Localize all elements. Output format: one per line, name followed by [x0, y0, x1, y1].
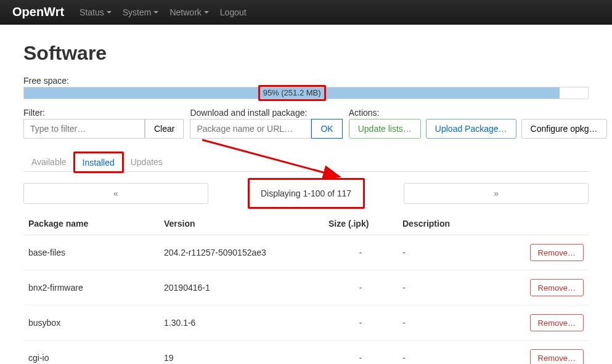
- pkg-desc: -: [398, 341, 521, 365]
- pkg-name: cgi-io: [23, 341, 159, 365]
- free-space-bar: 95% (251.2 MB): [23, 87, 589, 99]
- nav-network[interactable]: Network: [169, 7, 208, 17]
- pkg-version: 20190416-1: [159, 270, 324, 305]
- actions-label: Actions:: [349, 108, 607, 118]
- remove-button[interactable]: Remove…: [530, 244, 584, 261]
- brand: OpenWrt: [12, 5, 64, 19]
- pager-status: Displaying 1-100 of 117: [214, 183, 398, 204]
- col-name: Package name: [23, 212, 159, 235]
- upload-package-button[interactable]: Upload Package…: [426, 119, 516, 139]
- pkg-version: 1.30.1-6: [159, 305, 324, 341]
- pkg-version: 19: [159, 341, 324, 365]
- pkg-size: -: [324, 305, 398, 341]
- ok-button[interactable]: OK: [311, 119, 342, 139]
- top-navbar: OpenWrt StatusSystemNetwork Logout: [0, 0, 612, 25]
- table-row: base-files204.2-r11257-5090152ae3--Remov…: [23, 235, 589, 270]
- download-input[interactable]: [190, 119, 311, 139]
- free-space-label: Free space:: [23, 76, 589, 86]
- col-desc: Description: [398, 212, 521, 235]
- pkg-size: -: [324, 341, 398, 365]
- pkg-version: 204.2-r11257-5090152ae3: [159, 235, 324, 270]
- pkg-size: -: [324, 235, 398, 270]
- tab-updates[interactable]: Updates: [123, 152, 171, 171]
- remove-button[interactable]: Remove…: [530, 349, 584, 364]
- filter-label: Filter:: [23, 108, 184, 118]
- pkg-name: busybox: [23, 305, 159, 341]
- pager-next-button[interactable]: »: [404, 183, 589, 204]
- pager-prev-button[interactable]: «: [23, 183, 208, 204]
- table-row: bnx2-firmware20190416-1--Remove…: [23, 270, 589, 305]
- configure-opkg-button[interactable]: Configure opkg…: [521, 119, 607, 139]
- tabs: Available Installed Updates: [23, 152, 589, 172]
- remove-button[interactable]: Remove…: [530, 279, 584, 296]
- tab-installed[interactable]: Installed: [75, 153, 123, 172]
- pkg-desc: -: [398, 305, 521, 341]
- nav-system[interactable]: System: [123, 7, 159, 17]
- nav-status[interactable]: Status: [80, 7, 112, 17]
- table-row: busybox1.30.1-6--Remove…: [23, 305, 589, 341]
- page-title: Software: [23, 42, 589, 65]
- col-version: Version: [159, 212, 324, 235]
- pkg-desc: -: [398, 235, 521, 270]
- chevron-down-icon: [204, 11, 209, 14]
- table-row: cgi-io19--Remove…: [23, 341, 589, 365]
- pkg-name: base-files: [23, 235, 159, 270]
- chevron-down-icon: [107, 11, 112, 14]
- pkg-size: -: [324, 270, 398, 305]
- pkg-name: bnx2-firmware: [23, 270, 159, 305]
- clear-button[interactable]: Clear: [145, 119, 184, 139]
- filter-input[interactable]: [23, 119, 145, 139]
- col-size: Size (.ipk): [324, 212, 398, 235]
- tab-available[interactable]: Available: [23, 152, 75, 171]
- packages-table: Package name Version Size (.ipk) Descrip…: [23, 212, 589, 364]
- update-lists-button[interactable]: Update lists…: [349, 119, 421, 139]
- free-space-value: 95% (251.2 MB): [24, 87, 560, 99]
- remove-button[interactable]: Remove…: [530, 314, 584, 331]
- download-label: Download and install package:: [190, 108, 342, 118]
- nav-logout[interactable]: Logout: [220, 7, 247, 17]
- pkg-desc: -: [398, 270, 521, 305]
- chevron-down-icon: [153, 11, 158, 14]
